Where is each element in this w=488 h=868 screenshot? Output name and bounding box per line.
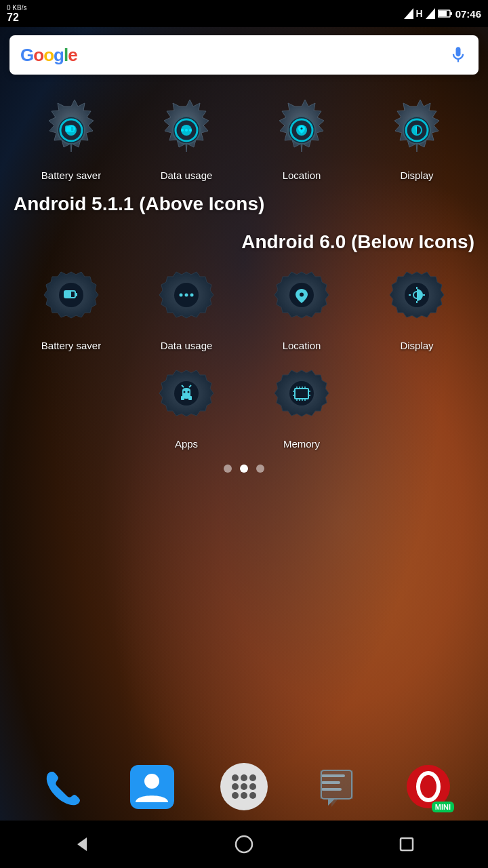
svg-rect-10 bbox=[74, 127, 75, 130]
location-gear-icon bbox=[268, 96, 336, 164]
battery-saver-60-label: Battery saver bbox=[41, 340, 101, 351]
svg-point-67 bbox=[232, 783, 239, 790]
signal-icon-2 bbox=[426, 8, 435, 19]
memory-60-gear bbox=[268, 365, 336, 433]
contacts-icon bbox=[130, 765, 174, 809]
phone-icon bbox=[38, 765, 82, 809]
data-usage-icon-item[interactable]: Data usage bbox=[142, 96, 230, 181]
display-icon-item[interactable]: Display bbox=[373, 96, 461, 181]
battery-saver-60-gear bbox=[37, 267, 105, 334]
android60-title: Android 6.0 (Below Icons) bbox=[0, 218, 488, 260]
svg-point-33 bbox=[300, 293, 304, 297]
display-60-item[interactable]: Display bbox=[373, 267, 461, 351]
data-usage-60-label: Data usage bbox=[161, 340, 213, 351]
location-60-item[interactable]: Location bbox=[258, 267, 346, 351]
data-usage-gear-icon bbox=[152, 96, 220, 164]
svg-rect-4 bbox=[450, 12, 452, 15]
android60-icon-grid-row1: Battery saver Data usage Location bbox=[0, 260, 488, 358]
opera-mini-dock-item[interactable]: MINI bbox=[401, 760, 455, 814]
battery-saver-icon-item[interactable]: Battery saver bbox=[27, 96, 115, 181]
apps-60-gear bbox=[152, 365, 220, 433]
messages-icon bbox=[314, 765, 359, 809]
recents-button[interactable] bbox=[390, 827, 424, 861]
apps-60-label: Apps bbox=[175, 438, 198, 450]
memory-60-label: Memory bbox=[283, 438, 320, 450]
h-indicator: H bbox=[416, 8, 423, 19]
launcher-icon bbox=[220, 763, 268, 810]
phone-dock-item[interactable] bbox=[33, 760, 87, 814]
display-gear-icon bbox=[383, 96, 451, 164]
android511-title: Android 5.1.1 (Above Icons) bbox=[0, 188, 488, 218]
battery-icon bbox=[438, 9, 453, 18]
svg-marker-81 bbox=[77, 837, 87, 851]
svg-rect-27 bbox=[75, 293, 77, 296]
home-button[interactable] bbox=[227, 827, 261, 861]
svg-point-69 bbox=[249, 783, 256, 790]
apps-60-item[interactable]: Apps bbox=[142, 365, 230, 450]
svg-rect-41 bbox=[181, 396, 184, 400]
mic-icon[interactable] bbox=[449, 45, 468, 64]
svg-point-43 bbox=[184, 391, 186, 393]
svg-rect-74 bbox=[321, 774, 345, 777]
home-icon bbox=[235, 835, 253, 854]
contacts-dock-item[interactable] bbox=[125, 760, 179, 814]
svg-point-66 bbox=[249, 774, 256, 781]
clock: 07:46 bbox=[455, 8, 481, 20]
location-icon-item[interactable]: Location bbox=[258, 96, 346, 181]
svg-point-16 bbox=[189, 129, 192, 132]
display-label: Display bbox=[400, 170, 433, 181]
main-content: Battery saver Data usage bbox=[0, 83, 488, 488]
launcher-dock-item[interactable] bbox=[217, 760, 271, 814]
page-dots bbox=[0, 456, 488, 481]
data-usage-60-item[interactable]: Data usage bbox=[142, 267, 230, 351]
svg-point-71 bbox=[241, 792, 247, 799]
svg-point-20 bbox=[301, 127, 303, 130]
dock: MINI bbox=[0, 753, 488, 821]
memory-60-item[interactable]: Memory bbox=[258, 365, 346, 450]
dot-3[interactable] bbox=[256, 465, 264, 473]
svg-rect-75 bbox=[321, 781, 340, 784]
svg-point-29 bbox=[180, 294, 183, 297]
search-bar[interactable]: Google bbox=[9, 35, 479, 75]
battery-saver-60-item[interactable]: Battery saver bbox=[27, 267, 115, 351]
android60-icon-grid-row2: Apps Memory bbox=[0, 358, 488, 456]
messages-dock-item[interactable] bbox=[309, 760, 363, 814]
svg-point-15 bbox=[185, 129, 188, 132]
google-logo: Google bbox=[20, 45, 77, 66]
opera-mini-badge: MINI bbox=[432, 802, 454, 812]
svg-rect-26 bbox=[65, 292, 71, 297]
svg-point-30 bbox=[185, 294, 188, 297]
svg-point-70 bbox=[232, 792, 239, 799]
back-button[interactable] bbox=[64, 827, 98, 861]
battery-saver-gear-icon bbox=[37, 96, 105, 164]
svg-point-62 bbox=[144, 774, 159, 789]
signal-strength: 72 bbox=[7, 12, 26, 24]
svg-point-31 bbox=[190, 294, 194, 297]
back-icon bbox=[72, 835, 91, 854]
svg-point-44 bbox=[188, 391, 190, 393]
dot-2[interactable] bbox=[240, 465, 248, 473]
status-left: 0 KB/s 72 bbox=[7, 4, 26, 24]
location-60-gear bbox=[268, 267, 336, 334]
svg-rect-9 bbox=[66, 127, 71, 131]
svg-point-68 bbox=[241, 783, 247, 790]
svg-point-72 bbox=[249, 792, 256, 799]
status-right: H 07:46 bbox=[404, 8, 482, 20]
android511-icon-grid: Battery saver Data usage bbox=[0, 90, 488, 188]
svg-point-65 bbox=[241, 774, 247, 781]
nav-bar bbox=[0, 821, 488, 868]
battery-saver-label: Battery saver bbox=[41, 170, 101, 181]
dot-1[interactable] bbox=[224, 465, 232, 473]
svg-point-64 bbox=[232, 774, 239, 781]
location-60-label: Location bbox=[283, 340, 321, 351]
display-60-label: Display bbox=[400, 340, 433, 351]
svg-rect-42 bbox=[188, 396, 192, 400]
svg-rect-83 bbox=[401, 838, 413, 850]
svg-point-82 bbox=[236, 836, 252, 852]
status-bar: 0 KB/s 72 H 07:46 bbox=[0, 0, 488, 27]
svg-point-47 bbox=[289, 381, 314, 406]
data-usage-label: Data usage bbox=[161, 170, 213, 181]
location-511-label: Location bbox=[283, 170, 321, 181]
display-60-gear bbox=[383, 267, 451, 334]
svg-marker-0 bbox=[404, 8, 413, 19]
